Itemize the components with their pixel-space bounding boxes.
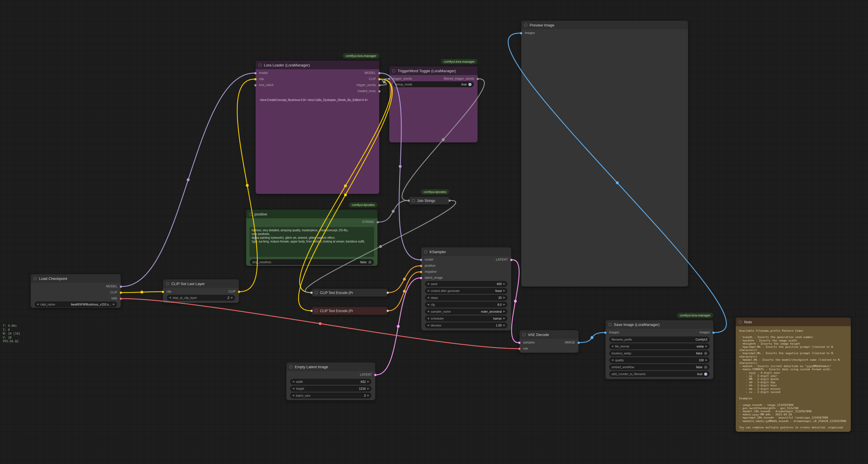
output-port-VAE-dot[interactable] — [120, 297, 122, 300]
widget-ckpt-name[interactable]: ◀ckpt_nameilwaiNSFWIllustrious_v110.s...… — [34, 301, 117, 307]
step-left-icon[interactable]: ◀ — [37, 303, 38, 306]
output-port-trigger_words-dot[interactable] — [378, 84, 381, 87]
widget-batch-size[interactable]: ◀batch_size3▶ — [290, 393, 371, 399]
input-port-trigger_words-dot[interactable] — [388, 78, 391, 80]
widget-control-after-generate[interactable]: ◀control after generatefixed▶ — [425, 288, 507, 294]
input-port-clip-dot[interactable] — [162, 291, 164, 293]
node-save-image[interactable]: Save Image (LoraManager)imagesimagesfile… — [606, 320, 713, 379]
input-port-vae-dot[interactable] — [518, 348, 521, 350]
output-port-join-strings-dot[interactable] — [448, 199, 451, 202]
step-left-icon[interactable]: ◀ — [292, 381, 294, 383]
input-port-samples-dot[interactable] — [518, 342, 521, 344]
toggle-knob-icon[interactable] — [368, 261, 371, 264]
input-port-clip-text-encode-negative-dot[interactable] — [310, 310, 313, 312]
collapse-toggle-icon[interactable] — [412, 199, 415, 202]
step-left-icon[interactable]: ◀ — [169, 297, 171, 299]
output-port-images-dot[interactable] — [712, 331, 715, 334]
step-left-icon[interactable]: ◀ — [427, 303, 429, 306]
step-right-icon[interactable]: ▶ — [503, 303, 505, 306]
widget-embed-workflow[interactable]: embed_workflowfalse — [609, 364, 710, 370]
input-port-latent_image-dot[interactable] — [420, 277, 422, 279]
node-title-bar[interactable]: positive — [246, 210, 377, 218]
step-left-icon[interactable]: ◀ — [612, 359, 613, 361]
node-title-bar[interactable]: VAE Decode — [520, 330, 579, 339]
node-title-bar[interactable]: Load Checkpoint — [31, 274, 121, 283]
collapse-toggle-icon[interactable] — [34, 277, 37, 280]
toggle-knob-icon[interactable] — [704, 366, 707, 369]
collapse-toggle-icon[interactable] — [314, 309, 318, 312]
step-left-icon[interactable]: ◀ — [427, 290, 429, 292]
input-port-positive-dot[interactable] — [420, 265, 422, 267]
step-left-icon[interactable]: ◀ — [427, 317, 429, 320]
node-ksampler[interactable]: KSamplermodelpositivenegativelatent_imag… — [421, 248, 511, 330]
input-port-lora_stack-dot[interactable] — [254, 84, 257, 87]
widget-strip-newlines[interactable]: strip_newlinesfalse — [250, 259, 374, 265]
collapse-toggle-icon[interactable] — [524, 24, 527, 27]
collapse-toggle-icon[interactable] — [314, 291, 318, 294]
collapse-toggle-icon[interactable] — [166, 282, 169, 285]
node-title-bar[interactable]: CLIP Text Encode (Pr — [312, 289, 388, 297]
widget-cfg[interactable]: ◀cfg8.0▶ — [425, 302, 507, 308]
input-port-model-dot[interactable] — [420, 259, 422, 261]
node-title-bar[interactable]: KSampler — [421, 248, 511, 256]
workflow-canvas[interactable]: T: 0.00s I: 0 N: 14 [14] V: 28 FPS:56.82… — [0, 0, 868, 464]
step-right-icon[interactable]: ▶ — [503, 310, 505, 313]
step-left-icon[interactable]: ◀ — [427, 283, 429, 285]
output-port-STRING-dot[interactable] — [376, 221, 379, 224]
output-port-LATENT-dot[interactable] — [510, 259, 513, 261]
output-port-clip-text-encode-negative-dot[interactable] — [386, 310, 389, 312]
node-title-bar[interactable]: CLIP Text Encode (Pr — [312, 307, 388, 315]
step-left-icon[interactable]: ◀ — [427, 310, 429, 313]
node-title-bar[interactable]: TriggerWord Toggle (LoraManager) — [389, 66, 477, 75]
collapse-toggle-icon[interactable] — [249, 212, 252, 216]
widget-stop-at-clip-layer[interactable]: ◀stop_at_clip_layer-2▶ — [167, 295, 235, 300]
step-right-icon[interactable]: ▶ — [503, 297, 505, 299]
node-preview-image[interactable]: Preview Imageimages — [521, 21, 688, 287]
widget-sampler-name[interactable]: ◀sampler_nameeuler_ancestral▶ — [425, 309, 507, 314]
collapse-toggle-icon[interactable] — [522, 333, 526, 336]
output-port-CLIP-dot[interactable] — [238, 291, 240, 293]
output-port-MODEL-dot[interactable] — [120, 285, 122, 288]
input-port-join-strings-dot[interactable] — [407, 199, 410, 202]
step-right-icon[interactable]: ▶ — [503, 317, 505, 320]
node-note[interactable]: NoteAvailable filename_prefix Pattern Co… — [736, 318, 851, 432]
toggle-knob-icon[interactable] — [468, 83, 471, 86]
widget-denoise[interactable]: ◀denoise1.00▶ — [425, 322, 507, 328]
widget-quality[interactable]: ◀quality100▶ — [609, 357, 710, 363]
input-port-negative-dot[interactable] — [420, 271, 422, 273]
toggle-knob-icon[interactable] — [704, 352, 707, 355]
widget-lossless-webp[interactable]: lossless_webpfalse — [609, 350, 710, 356]
node-triggerword-toggle[interactable]: TriggerWord Toggle (LoraManager)trigger_… — [389, 66, 477, 142]
output-port-CLIP-dot[interactable] — [120, 291, 122, 294]
step-right-icon[interactable]: ▶ — [706, 359, 707, 361]
step-left-icon[interactable]: ◀ — [292, 395, 294, 397]
node-join-strings[interactable]: Join Strings — [409, 197, 450, 205]
collapse-toggle-icon[interactable] — [424, 250, 427, 254]
toggle-knob-icon[interactable] — [704, 373, 707, 376]
note-text[interactable]: Available filename_prefix Pattern Codes … — [739, 329, 848, 430]
output-port-MODEL-dot[interactable] — [378, 72, 381, 75]
node-title-bar[interactable]: Save Image (LoraManager) — [606, 320, 713, 329]
widget-scheduler[interactable]: ◀schedulerkarras▶ — [425, 316, 507, 321]
collapse-toggle-icon[interactable] — [739, 320, 742, 324]
output-port-clip-text-encode-positive-dot[interactable] — [386, 291, 389, 294]
widget-steps[interactable]: ◀steps20▶ — [425, 295, 507, 300]
input-port-images-dot[interactable] — [604, 331, 607, 334]
node-title-bar[interactable]: Preview Image — [521, 21, 688, 29]
output-port-LATENT-dot[interactable] — [374, 374, 377, 376]
node-lora-loader[interactable]: Lora Loader (LoraManager)modelcliplora_s… — [256, 61, 379, 194]
node-title-bar[interactable]: CLIP Set Last Layer — [163, 279, 239, 288]
output-port-filtered_trigger_words-dot[interactable] — [476, 78, 479, 80]
step-left-icon[interactable]: ◀ — [427, 324, 429, 326]
step-left-icon[interactable]: ◀ — [292, 387, 294, 390]
node-clip-set-last-layer[interactable]: CLIP Set Last LayerclipCLIP◀stop_at_clip… — [163, 279, 239, 303]
collapse-toggle-icon[interactable] — [609, 323, 612, 326]
step-right-icon[interactable]: ▶ — [367, 387, 369, 390]
step-right-icon[interactable]: ▶ — [367, 395, 369, 397]
input-port-clip-dot[interactable] — [254, 78, 257, 81]
widget-add-counter-to-filename[interactable]: add_counter_to_filenametrue — [609, 371, 710, 377]
node-clip-text-encode-positive[interactable]: CLIP Text Encode (Pr — [312, 289, 388, 297]
step-right-icon[interactable]: ▶ — [231, 297, 233, 299]
step-right-icon[interactable]: ▶ — [113, 303, 115, 306]
step-right-icon[interactable]: ▶ — [503, 324, 505, 326]
